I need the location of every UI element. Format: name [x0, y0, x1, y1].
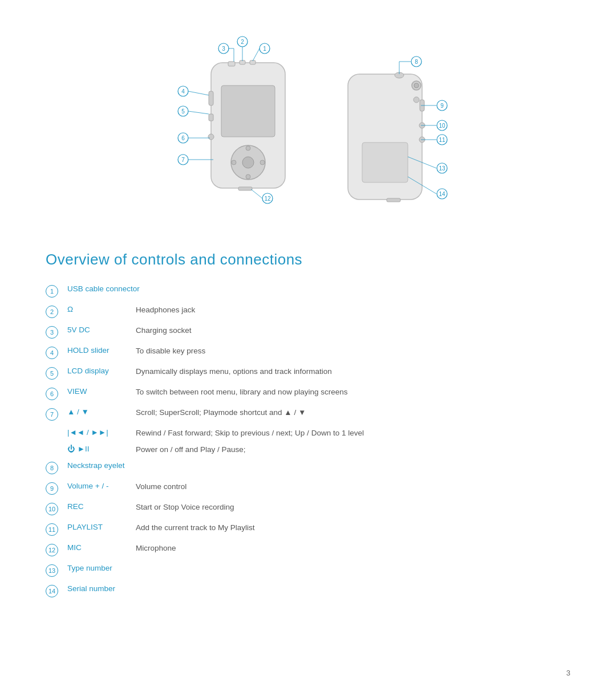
control-desc-4: To disable key press [136, 346, 205, 357]
control-number-6: 6 [46, 388, 58, 400]
svg-point-3 [242, 157, 254, 168]
svg-rect-8 [228, 62, 235, 66]
indent-label-power: ⏻ ►II [67, 445, 136, 453]
control-label-8: Neckstrap eyelet [67, 461, 136, 470]
control-number-10: 10 [46, 503, 58, 515]
control-number-2: 2 [46, 306, 58, 318]
svg-rect-49 [387, 198, 400, 202]
svg-point-6 [232, 160, 236, 165]
control-label-12: MIC [67, 543, 136, 552]
control-desc-6: To switch between root menu, library and… [136, 387, 347, 398]
svg-line-22 [253, 48, 260, 61]
svg-line-37 [251, 189, 262, 198]
svg-text:8: 8 [415, 59, 418, 65]
svg-text:10: 10 [439, 123, 445, 129]
list-item: 10 REC Start or Stop Voice recording [46, 502, 570, 517]
svg-rect-41 [362, 143, 408, 182]
svg-point-44 [414, 97, 419, 103]
control-number-11: 11 [46, 523, 58, 536]
list-item: |◄◄ / ►►| Rewind / Fast forward; Skip to… [46, 428, 570, 439]
list-item: 12 MIC Microphone [46, 543, 570, 558]
control-desc-2: Headphones jack [136, 305, 195, 316]
svg-rect-1 [221, 86, 275, 137]
svg-text:12: 12 [264, 196, 271, 202]
svg-point-4 [246, 146, 250, 150]
svg-line-25 [188, 91, 209, 95]
control-label-13: Type number [67, 564, 136, 572]
control-number-14: 14 [46, 585, 58, 597]
list-item: 2 Ω Headphones jack [46, 305, 570, 320]
svg-rect-9 [240, 60, 245, 64]
control-desc-11: Add the current track to My Playlist [136, 523, 255, 534]
svg-text:3: 3 [222, 46, 225, 52]
control-number-4: 4 [46, 347, 58, 359]
svg-text:14: 14 [439, 191, 445, 197]
control-desc-12: Microphone [136, 543, 176, 554]
svg-rect-11 [209, 91, 213, 105]
control-number-9: 9 [46, 482, 58, 495]
diagram-area: 3 2 1 4 5 6 7 [0, 0, 616, 239]
control-number-12: 12 [46, 544, 58, 556]
device-diagram: 3 2 1 4 5 6 7 [160, 34, 456, 217]
list-item: 3 5V DC Charging socket [46, 325, 570, 340]
control-label-4: HOLD slider [67, 346, 136, 355]
control-label-2: Ω [67, 305, 136, 314]
indent-desc-rewind: Rewind / Fast forward; Skip to previous … [136, 428, 364, 439]
control-label-9: Volume + / - [67, 482, 136, 490]
control-label-3: 5V DC [67, 325, 136, 334]
list-item: 14 Serial number [46, 584, 570, 599]
control-label-14: Serial number [67, 584, 136, 593]
control-label-10: REC [67, 502, 136, 511]
control-number-8: 8 [46, 462, 58, 474]
control-number-1: 1 [46, 285, 58, 298]
list-item: 6 VIEW To switch between root menu, libr… [46, 387, 570, 402]
control-number-7: 7 [46, 408, 58, 421]
list-item: ⏻ ►II Power on / off and Play / Pause; [46, 445, 570, 455]
control-label-5: LCD display [67, 367, 136, 375]
overview-section: Overview of controls and connections 1 U… [0, 239, 616, 639]
control-desc-7: Scroll; SuperScroll; Playmode shortcut a… [136, 408, 306, 418]
svg-rect-10 [250, 60, 256, 64]
svg-line-28 [188, 111, 209, 114]
indent-label-rewind: |◄◄ / ►►| [67, 428, 136, 437]
control-desc-3: Charging socket [136, 325, 192, 336]
control-number-13: 13 [46, 564, 58, 577]
control-desc-5: Dynamically displays menu, options and t… [136, 367, 332, 377]
svg-point-43 [414, 83, 419, 88]
list-item: 5 LCD display Dynamically displays menu,… [46, 367, 570, 381]
svg-rect-14 [238, 187, 252, 190]
svg-rect-12 [209, 114, 213, 121]
control-label-7: ▲ / ▼ [67, 408, 136, 416]
list-item: 11 PLAYLIST Add the current track to My … [46, 523, 570, 538]
svg-text:4: 4 [181, 88, 185, 95]
svg-point-13 [208, 134, 214, 140]
overview-title: Overview of controls and connections [46, 251, 570, 268]
svg-text:6: 6 [181, 135, 185, 141]
svg-text:7: 7 [181, 157, 185, 163]
svg-text:11: 11 [439, 137, 445, 143]
control-label-1: USB cable connector [67, 284, 140, 293]
control-number-5: 5 [46, 367, 58, 380]
svg-text:1: 1 [263, 46, 266, 52]
control-desc-9: Volume control [136, 482, 187, 493]
list-item: 4 HOLD slider To disable key press [46, 346, 570, 361]
page-number: 3 [566, 669, 570, 677]
svg-point-5 [246, 174, 250, 179]
svg-text:9: 9 [440, 103, 444, 109]
list-item: 1 USB cable connector [46, 284, 570, 299]
list-item: 9 Volume + / - Volume control [46, 482, 570, 496]
control-label-11: PLAYLIST [67, 523, 136, 531]
control-label-6: VIEW [67, 387, 136, 396]
svg-text:2: 2 [241, 39, 244, 45]
control-number-3: 3 [46, 326, 58, 339]
indent-desc-power: Power on / off and Play / Pause; [136, 445, 246, 455]
svg-point-7 [260, 160, 265, 165]
svg-text:13: 13 [439, 165, 445, 172]
list-item: 8 Neckstrap eyelet [46, 461, 570, 476]
svg-text:5: 5 [181, 108, 185, 115]
list-item: 7 ▲ / ▼ Scroll; SuperScroll; Playmode sh… [46, 408, 570, 422]
control-desc-10: Start or Stop Voice recording [136, 502, 234, 513]
controls-list: 1 USB cable connector 2 Ω Headphones jac… [46, 284, 570, 599]
list-item: 13 Type number [46, 564, 570, 579]
